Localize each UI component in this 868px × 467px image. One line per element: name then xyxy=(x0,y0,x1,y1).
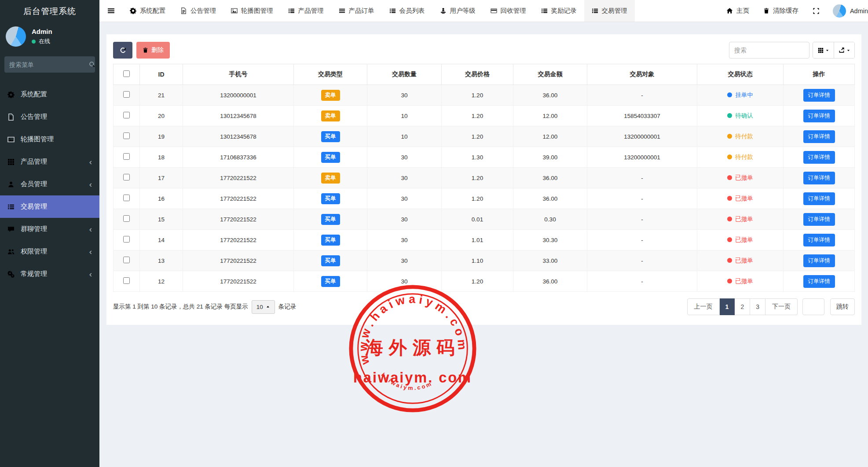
clear-cache-link[interactable]: 清除缓存 xyxy=(756,0,806,22)
jump-button[interactable]: 跳转 xyxy=(830,298,855,315)
cell-amount: 12.00 xyxy=(513,106,587,126)
gear-icon xyxy=(130,7,136,14)
sidebar-item-公告管理[interactable]: 公告管理 xyxy=(0,106,99,128)
page-button-1[interactable]: 1 xyxy=(720,298,735,315)
topnav-tab-产品管理[interactable]: 产品管理 xyxy=(281,0,331,22)
sidebar-item-群聊管理[interactable]: 群聊管理‹ xyxy=(0,218,99,240)
cell-action: 订单详情 xyxy=(784,126,855,147)
cell-action: 订单详情 xyxy=(784,147,855,168)
cell-type: 卖单 xyxy=(294,106,367,126)
cell-type: 卖单 xyxy=(294,85,367,106)
topnav-tab-交易管理[interactable]: 交易管理 xyxy=(584,0,635,22)
columns-dropdown-button[interactable] xyxy=(813,42,834,58)
cell-id: 19 xyxy=(140,126,183,147)
order-detail-button[interactable]: 订单详情 xyxy=(803,110,835,122)
table-header-row: ID手机号交易类型交易数量交易价格交易金额交易对象交易状态操作 xyxy=(114,64,855,85)
sidebar-item-会员管理[interactable]: 会员管理‹ xyxy=(0,173,99,195)
page-button-上一页[interactable]: 上一页 xyxy=(687,298,720,315)
status-label: 已撤单 xyxy=(735,174,753,181)
cell-qty: 10 xyxy=(367,106,442,126)
row-select-cell xyxy=(114,106,140,126)
sidebar-search-input[interactable] xyxy=(9,61,89,68)
topnav-tab-label: 会员列表 xyxy=(399,7,425,15)
sidebar-item-产品管理[interactable]: 产品管理‹ xyxy=(0,151,99,173)
row-checkbox[interactable] xyxy=(123,236,130,243)
home-link[interactable]: 主页 xyxy=(719,0,756,22)
status-dot-icon xyxy=(727,196,732,201)
topnav-tab-系统配置[interactable]: 系统配置 xyxy=(122,0,173,22)
page-button-3[interactable]: 3 xyxy=(750,298,765,315)
page-button-下一页[interactable]: 下一页 xyxy=(765,298,798,315)
topnav-tab-轮播图管理[interactable]: 轮播图管理 xyxy=(223,0,281,22)
row-checkbox[interactable] xyxy=(123,277,130,284)
trade-type-badge: 买单 xyxy=(321,255,340,266)
export-dropdown-button[interactable] xyxy=(834,42,854,58)
status-label: 已撤单 xyxy=(735,236,753,243)
table-row: 13 17720221522 买单 30 1.10 33.00 - 已撤单 订单… xyxy=(114,250,855,271)
order-detail-button[interactable]: 订单详情 xyxy=(803,89,835,102)
topnav-tab-会员列表[interactable]: 会员列表 xyxy=(382,0,432,22)
trade-type-badge: 买单 xyxy=(321,152,340,163)
sidebar-item-label: 产品管理 xyxy=(21,158,47,166)
topnav-tab-回收管理[interactable]: 回收管理 xyxy=(483,0,534,22)
cell-id: 13 xyxy=(140,250,183,271)
delete-button[interactable]: 删除 xyxy=(136,42,170,59)
file-icon xyxy=(180,7,187,14)
user-name: Admin xyxy=(32,28,52,35)
jump-page-input[interactable] xyxy=(802,298,824,315)
cell-type: 买单 xyxy=(294,230,367,250)
image-icon xyxy=(231,7,238,14)
row-checkbox[interactable] xyxy=(123,132,130,139)
cell-qty: 30 xyxy=(367,85,442,106)
row-checkbox[interactable] xyxy=(123,153,130,160)
row-checkbox[interactable] xyxy=(123,257,130,263)
cell-status: 挂单中 xyxy=(697,85,784,106)
topnav-tab-label: 轮播图管理 xyxy=(241,7,273,15)
page-button-2[interactable]: 2 xyxy=(735,298,750,315)
order-detail-button[interactable]: 订单详情 xyxy=(803,234,835,246)
topnav-tab-用户等级[interactable]: 用户等级 xyxy=(432,0,483,22)
status-dot-icon xyxy=(727,217,732,221)
order-detail-button[interactable]: 订单详情 xyxy=(803,275,835,288)
select-all-checkbox[interactable] xyxy=(123,70,130,77)
row-checkbox[interactable] xyxy=(123,174,130,180)
cell-status: 已撤单 xyxy=(697,250,784,271)
sidebar-item-系统配置[interactable]: 系统配置 xyxy=(0,83,99,106)
cell-phone: 13012345678 xyxy=(183,126,294,147)
cell-target: 15854033307 xyxy=(587,106,697,126)
sidebar-item-常规管理[interactable]: 常规管理‹ xyxy=(0,263,99,285)
sidebar-item-轮播图管理[interactable]: 轮播图管理 xyxy=(0,128,99,151)
sidebar-toggle-button[interactable] xyxy=(99,0,122,22)
user-menu[interactable]: Admin xyxy=(827,0,868,22)
sidebar-item-label: 会员管理 xyxy=(21,180,47,188)
order-detail-button[interactable]: 订单详情 xyxy=(803,192,835,205)
cell-type: 买单 xyxy=(294,126,367,147)
cell-phone: 17720221522 xyxy=(183,250,294,271)
table-search-input[interactable] xyxy=(729,42,809,59)
cell-qty: 30 xyxy=(367,168,442,188)
page-size-select[interactable]: 10 xyxy=(252,300,275,314)
topnav-tab-奖励记录[interactable]: 奖励记录 xyxy=(534,0,584,22)
order-detail-button[interactable]: 订单详情 xyxy=(803,213,835,226)
toolbar-right xyxy=(729,42,855,59)
cell-type: 买单 xyxy=(294,209,367,230)
avatar xyxy=(833,4,846,18)
order-detail-button[interactable]: 订单详情 xyxy=(803,151,835,164)
refresh-button[interactable] xyxy=(113,42,132,59)
order-detail-button[interactable]: 订单详情 xyxy=(803,254,835,267)
page-size-value: 10 xyxy=(256,304,263,310)
fullscreen-button[interactable] xyxy=(806,0,827,22)
order-detail-button[interactable]: 订单详情 xyxy=(803,130,835,143)
row-checkbox[interactable] xyxy=(123,215,130,222)
cell-type: 买单 xyxy=(294,147,367,168)
order-detail-button[interactable]: 订单详情 xyxy=(803,172,835,184)
row-checkbox[interactable] xyxy=(123,112,130,118)
hamburger-icon xyxy=(107,7,115,15)
topnav-tab-产品订单[interactable]: 产品订单 xyxy=(331,0,382,22)
sidebar-item-权限管理[interactable]: 权限管理‹ xyxy=(0,240,99,263)
sidebar-item-交易管理[interactable]: 交易管理 xyxy=(0,195,99,218)
cell-target: - xyxy=(587,188,697,209)
topnav-tab-公告管理[interactable]: 公告管理 xyxy=(173,0,223,22)
row-checkbox[interactable] xyxy=(123,195,130,201)
row-checkbox[interactable] xyxy=(123,91,130,98)
